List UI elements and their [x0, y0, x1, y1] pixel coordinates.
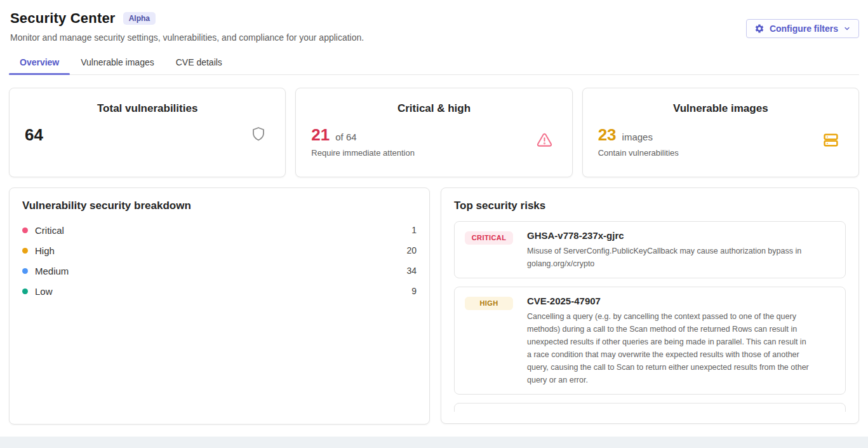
- vulnerable-images-card: Vulnerable images 23 images Contain vuln…: [582, 88, 859, 177]
- tab-bar: Overview Vulnerable images CVE details: [9, 51, 859, 75]
- breakdown-rows: Critical 1 High 20 Medium 34 Low 9: [22, 220, 417, 301]
- vulnerable-images-suffix: images: [622, 132, 653, 142]
- page-header: Security Center Alpha Monitor and manage…: [9, 10, 859, 43]
- risk-id: CVE-2025-9086: [527, 411, 596, 412]
- tab-overview[interactable]: Overview: [9, 51, 70, 74]
- server-icon: [822, 132, 839, 151]
- page-title: Security Center: [10, 10, 116, 27]
- breakdown-value: 1: [411, 225, 417, 235]
- shield-icon: [251, 125, 266, 145]
- severity-badge: HIGH: [465, 297, 513, 310]
- tab-vulnerable-images[interactable]: Vulnerable images: [70, 51, 164, 74]
- breakdown-label: Medium: [35, 266, 69, 276]
- risk-id: CVE-2025-47907: [527, 295, 810, 308]
- low-dot: [22, 288, 28, 294]
- breakdown-label: Low: [35, 286, 53, 297]
- risk-item-cve-2025-47907[interactable]: HIGH CVE-2025-47907 Cancelling a query (…: [454, 287, 846, 395]
- critical-dot: [22, 227, 28, 233]
- risk-description: Misuse of ServerConfig.PublicKeyCallback…: [527, 245, 810, 270]
- vulnerable-images-subtext: Contain vulnerabilities: [598, 148, 679, 159]
- breakdown-row-low: Low 9: [22, 281, 417, 301]
- card-title: Critical & high: [311, 102, 556, 115]
- vulnerability-breakdown-panel: Vulnerability security breakdown Critica…: [9, 187, 430, 424]
- security-center-page: Security Center Alpha Monitor and manage…: [0, 0, 868, 437]
- breakdown-label: Critical: [35, 225, 64, 236]
- stat-cards-row: Total vulnerabilities 64 Critical & high…: [9, 88, 859, 177]
- gear-icon: [754, 24, 765, 34]
- medium-dot: [22, 268, 28, 274]
- breakdown-row-high: High 20: [22, 240, 417, 261]
- card-title: Total vulnerabilities: [25, 102, 270, 115]
- severity-badge: CRITICAL: [465, 231, 513, 245]
- tab-cve-details[interactable]: CVE details: [165, 51, 233, 74]
- breakdown-value: 9: [411, 286, 417, 296]
- configure-filters-button[interactable]: Configure filters: [746, 19, 859, 38]
- top-security-risks-panel: Top security risks CRITICAL GHSA-v778-23…: [441, 187, 859, 424]
- card-title: Vulnerable images: [598, 102, 843, 115]
- warning-icon: [536, 132, 553, 151]
- breakdown-title: Vulnerability security breakdown: [22, 200, 417, 212]
- critical-high-card: Critical & high 21 of 64 Require immedia…: [295, 88, 572, 177]
- total-vulnerabilities-value: 64: [25, 124, 43, 146]
- critical-high-value: 21: [311, 124, 330, 146]
- breakdown-value: 20: [406, 245, 417, 255]
- risk-item-ghsa-v778[interactable]: CRITICAL GHSA-v778-237x-gjrc Misuse of S…: [454, 221, 846, 278]
- chevron-down-icon: [843, 25, 851, 32]
- critical-high-suffix: of 64: [335, 132, 356, 142]
- high-dot: [22, 248, 28, 254]
- configure-filters-label: Configure filters: [770, 24, 838, 34]
- critical-high-subtext: Require immediate attention: [311, 148, 415, 159]
- breakdown-value: 34: [406, 266, 417, 276]
- risks-title: Top security risks: [454, 200, 846, 212]
- breakdown-label: High: [35, 245, 55, 256]
- risk-id: GHSA-v778-237x-gjrc: [527, 229, 810, 242]
- page-subtitle: Monitor and manage security settings, vu…: [10, 32, 859, 43]
- breakdown-row-medium: Medium 34: [22, 261, 417, 281]
- risk-description: Cancelling a query (e.g. by cancelling t…: [527, 310, 810, 386]
- vulnerable-images-value: 23: [598, 124, 617, 146]
- risk-item-cve-2025-9086[interactable]: HIGH CVE-2025-9086: [454, 403, 846, 412]
- alpha-badge: Alpha: [123, 12, 156, 25]
- risk-list: CRITICAL GHSA-v778-237x-gjrc Misuse of S…: [454, 221, 846, 412]
- panels-row: Vulnerability security breakdown Critica…: [9, 187, 859, 424]
- breakdown-row-critical: Critical 1: [22, 220, 417, 240]
- total-vulnerabilities-card: Total vulnerabilities 64: [9, 88, 286, 177]
